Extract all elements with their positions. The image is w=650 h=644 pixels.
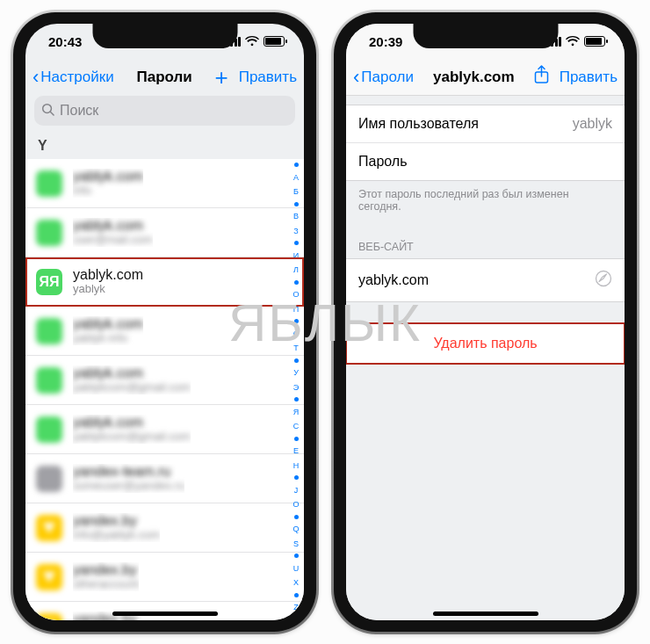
phone-left: 20:43 ‹ Настройки Пароли + Править xyxy=(13,12,316,632)
site-name: yablyk.com xyxy=(73,218,153,234)
back-label: Пароли xyxy=(361,69,414,86)
username: someuser@yandex.ru xyxy=(73,480,184,493)
index-letter[interactable]: С xyxy=(290,329,302,338)
index-letter[interactable]: E xyxy=(290,446,302,455)
home-indicator xyxy=(112,611,218,616)
index-letter[interactable]: В xyxy=(290,212,302,221)
site-name: yandex.by xyxy=(73,513,160,529)
index-letter[interactable]: Б xyxy=(290,187,302,196)
index-rail[interactable]: АБВЗИЛОПСТУЭЯCEHJOQSUXZ# xyxy=(290,159,302,620)
site-icon xyxy=(36,170,62,197)
index-letter[interactable]: X xyxy=(290,578,302,587)
back-button[interactable]: ‹ Настройки xyxy=(32,68,114,87)
page-title: yablyk.com xyxy=(433,69,515,86)
back-label: Настройки xyxy=(40,69,113,86)
password-row[interactable]: Пароль xyxy=(346,142,625,180)
page-title: Пароли xyxy=(136,69,191,86)
index-letter[interactable]: J xyxy=(290,486,302,495)
password-row[interactable]: yandex-team.rusomeuser@yandex.ru xyxy=(25,454,304,503)
site-name: yablyk.com xyxy=(73,316,143,332)
site-name: yablyk.com xyxy=(73,169,143,185)
index-letter[interactable]: Q xyxy=(290,525,302,533)
battery-icon xyxy=(264,36,285,47)
index-letter[interactable]: O xyxy=(290,500,302,509)
search-input[interactable]: Поиск xyxy=(34,96,295,126)
index-letter[interactable]: U xyxy=(290,564,302,573)
username: user@mail.com xyxy=(73,234,153,247)
username-value: yablyk xyxy=(573,116,612,132)
back-button[interactable]: ‹ Пароли xyxy=(353,68,414,87)
notch xyxy=(92,24,237,48)
safari-icon xyxy=(595,270,612,291)
nav-bar: ‹ Настройки Пароли + Править xyxy=(25,59,304,96)
site-icon xyxy=(36,367,62,394)
password-row[interactable]: yablyk.cominfo xyxy=(25,159,304,208)
notch xyxy=(413,24,558,48)
site-icon xyxy=(36,613,62,621)
site-icon xyxy=(36,515,62,541)
site-icon xyxy=(36,220,62,246)
site-icon xyxy=(36,564,62,590)
index-letter[interactable]: C xyxy=(290,422,302,431)
site-icon: Я xyxy=(36,269,62,295)
username: yablyk-info xyxy=(73,332,143,345)
delete-password-button[interactable]: Удалить пароль xyxy=(346,323,625,364)
index-letter[interactable]: S xyxy=(290,539,302,548)
password-hint: Этот пароль последний раз был изменен се… xyxy=(346,181,625,225)
username: yablykcom@gmail.com xyxy=(73,431,191,444)
password-row[interactable]: yablyk.comyablykcom@gmail.com xyxy=(25,356,304,405)
index-letter[interactable]: А xyxy=(290,173,302,182)
index-letter[interactable]: # xyxy=(290,618,302,621)
password-row[interactable]: yablyk.comuser@mail.com xyxy=(25,208,304,257)
chevron-left-icon: ‹ xyxy=(353,68,359,87)
edit-button[interactable]: Править xyxy=(239,69,297,86)
index-letter[interactable]: Т xyxy=(290,344,302,352)
search-icon xyxy=(41,103,54,119)
nav-bar: ‹ Пароли yablyk.com Править xyxy=(346,59,625,96)
site-name: yandex.by xyxy=(73,562,139,578)
password-row[interactable]: yandex.byotheraccount xyxy=(25,553,304,602)
edit-button[interactable]: Править xyxy=(560,69,618,86)
username: info@yablyk.com xyxy=(73,529,160,542)
username: yablyk xyxy=(73,283,143,296)
password-row[interactable]: yablyk.comyablykcom@gmail.com xyxy=(25,405,304,454)
username: yablykcom@gmail.com xyxy=(73,381,191,394)
search-placeholder: Поиск xyxy=(60,103,98,119)
wifi-icon xyxy=(566,36,580,47)
battery-icon xyxy=(584,36,605,47)
site-icon xyxy=(36,466,62,492)
username-row[interactable]: Имя пользователя yablyk xyxy=(346,105,625,142)
password-row[interactable]: yandex.byinfo@yablyk.com xyxy=(25,503,304,553)
website-section-title: ВЕБ-САЙТ xyxy=(346,225,625,258)
website-group: yablyk.com xyxy=(346,258,625,302)
phone-right: 20:39 ‹ Пароли yablyk.com Править xyxy=(334,12,637,632)
password-row[interactable]: Яyablyk.comyablyk xyxy=(25,257,304,307)
section-header: Y xyxy=(25,133,304,159)
status-time: 20:39 xyxy=(362,34,402,49)
index-letter[interactable]: З xyxy=(290,227,302,235)
index-letter[interactable]: Э xyxy=(290,383,302,392)
site-name: yablyk.com xyxy=(73,267,143,283)
share-button[interactable] xyxy=(534,65,549,89)
password-label: Пароль xyxy=(358,154,408,170)
wifi-icon xyxy=(245,36,259,47)
index-letter[interactable]: Z xyxy=(290,603,302,611)
index-letter[interactable]: H xyxy=(290,461,302,470)
home-indicator xyxy=(433,611,538,616)
status-time: 20:43 xyxy=(41,34,82,49)
site-name: yandex-team.ru xyxy=(73,464,184,480)
add-button[interactable]: + xyxy=(215,64,235,91)
site-icon xyxy=(36,416,62,443)
site-name: yablyk.com xyxy=(73,365,191,381)
chevron-left-icon: ‹ xyxy=(32,68,39,87)
site-icon xyxy=(36,318,62,344)
username-label: Имя пользователя xyxy=(358,116,479,132)
site-name: yablyk.com xyxy=(73,415,191,431)
website-row[interactable]: yablyk.com xyxy=(346,259,625,301)
password-list: yablyk.cominfoyablyk.comuser@mail.comЯya… xyxy=(25,159,304,620)
index-letter[interactable]: У xyxy=(290,368,302,377)
index-letter[interactable]: Я xyxy=(290,408,302,416)
website-value: yablyk.com xyxy=(358,272,429,288)
svg-line-1 xyxy=(50,112,54,115)
password-row[interactable]: yablyk.comyablyk-info xyxy=(25,307,304,356)
